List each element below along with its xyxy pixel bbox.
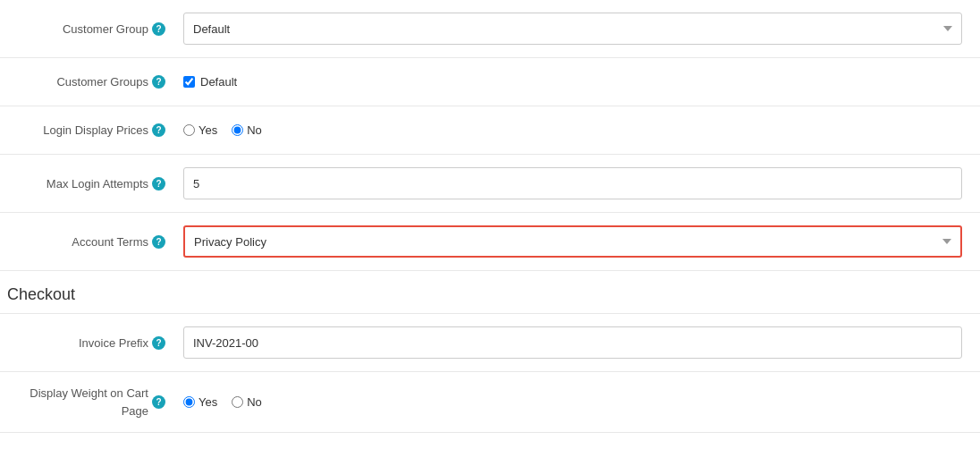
customer-groups-label: Customer Groups ?: [18, 75, 183, 89]
checkout-heading-text: Checkout: [7, 285, 75, 303]
login-display-prices-no-label: No: [247, 123, 262, 137]
display-weight-control: Yes No: [183, 395, 962, 409]
guest-checkout-row: Guest Checkout ? Yes No: [0, 433, 980, 449]
customer-group-label-text: Customer Group: [63, 22, 148, 36]
max-login-attempts-help-icon[interactable]: ?: [152, 177, 165, 191]
customer-groups-checkbox-label: Default: [200, 75, 237, 89]
display-weight-no-radio[interactable]: [232, 396, 243, 408]
display-weight-label: Display Weight on CartPage ?: [18, 385, 183, 419]
max-login-attempts-control: [183, 167, 962, 199]
max-login-attempts-row: Max Login Attempts ?: [0, 155, 980, 213]
customer-groups-checkbox[interactable]: [183, 76, 195, 88]
customer-groups-help-icon[interactable]: ?: [152, 75, 165, 89]
login-display-prices-no-option[interactable]: No: [232, 123, 262, 137]
display-weight-yes-label: Yes: [199, 395, 217, 409]
customer-group-help-icon[interactable]: ?: [152, 22, 165, 36]
customer-group-select[interactable]: Default Wholesale Retail VIP: [183, 13, 962, 45]
customer-groups-checkbox-wrap: Default: [183, 75, 962, 89]
display-weight-row: Display Weight on CartPage ? Yes No: [0, 372, 980, 433]
invoice-prefix-label: Invoice Prefix ?: [18, 336, 183, 350]
login-display-prices-control: Yes No: [183, 123, 962, 137]
checkout-heading: Checkout: [0, 271, 980, 314]
customer-group-row: Customer Group ? Default Wholesale Retai…: [0, 0, 980, 58]
account-terms-control: Privacy Policy Terms of Service None: [183, 225, 962, 258]
login-display-prices-label-text: Login Display Prices: [43, 123, 148, 137]
customer-group-label: Customer Group ?: [18, 22, 183, 36]
login-display-prices-label: Login Display Prices ?: [18, 123, 183, 137]
max-login-attempts-label-text: Max Login Attempts: [46, 177, 148, 191]
account-terms-label: Account Terms ?: [18, 235, 183, 249]
invoice-prefix-help-icon[interactable]: ?: [152, 336, 165, 350]
display-weight-radio-group: Yes No: [183, 395, 962, 409]
login-display-prices-yes-option[interactable]: Yes: [183, 123, 217, 137]
customer-groups-control: Default: [183, 75, 962, 89]
display-weight-yes-option[interactable]: Yes: [183, 395, 217, 409]
max-login-attempts-input[interactable]: [183, 167, 962, 199]
account-terms-row: Account Terms ? Privacy Policy Terms of …: [0, 213, 980, 271]
account-terms-label-text: Account Terms: [72, 235, 148, 249]
login-display-prices-yes-label: Yes: [199, 123, 217, 137]
customer-group-control: Default Wholesale Retail VIP: [183, 13, 962, 45]
customer-groups-label-text: Customer Groups: [56, 75, 148, 89]
display-weight-no-option[interactable]: No: [232, 395, 262, 409]
max-login-attempts-label: Max Login Attempts ?: [18, 177, 183, 191]
login-display-prices-row: Login Display Prices ? Yes No: [0, 106, 980, 155]
login-display-prices-no-radio[interactable]: [232, 124, 243, 136]
display-weight-help-icon[interactable]: ?: [152, 395, 165, 409]
invoice-prefix-input[interactable]: [183, 326, 962, 359]
login-display-prices-help-icon[interactable]: ?: [152, 123, 165, 137]
display-weight-yes-radio[interactable]: [183, 396, 195, 408]
invoice-prefix-row: Invoice Prefix ?: [0, 314, 980, 372]
login-display-prices-radio-group: Yes No: [183, 123, 962, 137]
invoice-prefix-control: [183, 326, 962, 359]
customer-groups-row: Customer Groups ? Default: [0, 58, 980, 106]
account-terms-help-icon[interactable]: ?: [152, 235, 165, 249]
settings-form: Customer Group ? Default Wholesale Retai…: [0, 0, 980, 449]
login-display-prices-yes-radio[interactable]: [183, 124, 195, 136]
account-terms-select[interactable]: Privacy Policy Terms of Service None: [183, 225, 962, 258]
invoice-prefix-label-text: Invoice Prefix: [79, 336, 148, 350]
display-weight-no-label: No: [247, 395, 262, 409]
